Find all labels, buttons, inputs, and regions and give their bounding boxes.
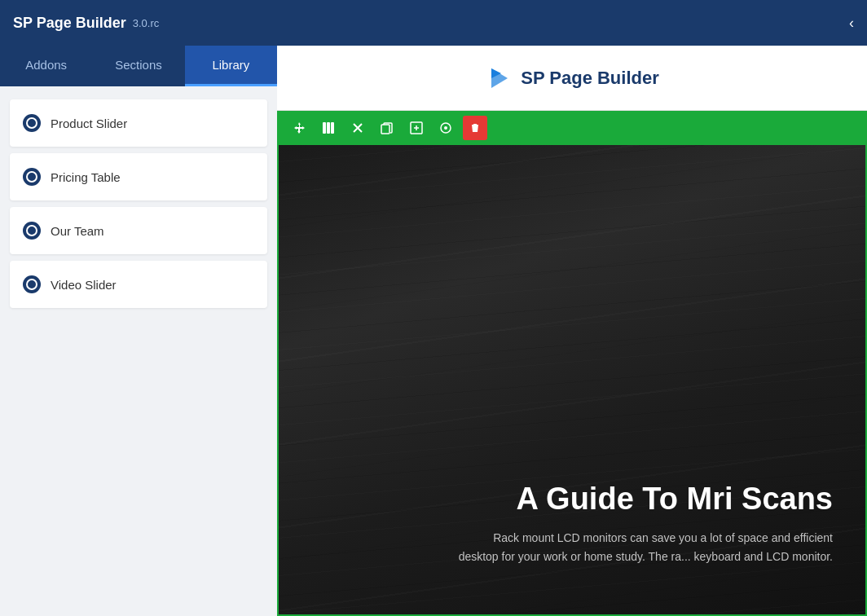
- preview-description: Rack mount LCD monitors can save you a l…: [458, 529, 833, 565]
- tab-library[interactable]: Library: [185, 46, 277, 86]
- section-toolbar: [277, 111, 867, 145]
- collapse-arrow[interactable]: ‹: [849, 15, 854, 32]
- logo-bar: SP Page Builder: [277, 46, 867, 111]
- library-item-our-team[interactable]: Our Team: [10, 207, 267, 254]
- svg-point-8: [444, 126, 447, 130]
- clone-button[interactable]: [375, 116, 399, 140]
- columns-button[interactable]: [316, 116, 341, 140]
- tab-bar: Addons Sections Library: [0, 46, 277, 86]
- library-item-label: Pricing Table: [51, 170, 121, 184]
- logo-container: SP Page Builder: [485, 64, 659, 93]
- logo-text: SP Page Builder: [521, 68, 659, 89]
- video-slider-icon: [23, 275, 41, 293]
- library-item-label: Product Slider: [51, 117, 127, 130]
- main-layout: Addons Sections Library Product Slider P…: [0, 46, 867, 616]
- app-title: SP Page Builder: [13, 15, 126, 32]
- pricing-table-icon: [23, 168, 41, 186]
- resize-button[interactable]: [404, 116, 429, 140]
- library-item-product-slider[interactable]: Product Slider: [10, 99, 267, 147]
- svg-rect-3: [327, 122, 330, 134]
- content-area: SP Page Builder: [277, 46, 867, 616]
- library-item-label: Video Slider: [51, 278, 117, 292]
- svg-rect-2: [323, 122, 326, 134]
- sidebar: Addons Sections Library Product Slider P…: [0, 46, 277, 616]
- settings-button[interactable]: [345, 116, 370, 140]
- preview-area: A Guide To Mri Scans Rack mount LCD moni…: [277, 145, 867, 616]
- tab-sections[interactable]: Sections: [92, 46, 184, 86]
- our-team-icon: [23, 222, 41, 240]
- header-left: SP Page Builder 3.0.rc: [13, 15, 159, 32]
- app-version: 3.0.rc: [133, 17, 160, 29]
- library-list: Product Slider Pricing Table Our Team Vi…: [0, 86, 277, 321]
- library-item-video-slider[interactable]: Video Slider: [10, 261, 267, 308]
- preview-content: A Guide To Mri Scans Rack mount LCD moni…: [279, 481, 865, 582]
- svg-rect-5: [381, 125, 389, 134]
- tag-button[interactable]: [434, 116, 458, 140]
- product-slider-icon: [23, 114, 41, 132]
- library-item-pricing-table[interactable]: Pricing Table: [10, 153, 267, 200]
- tab-addons[interactable]: Addons: [0, 46, 92, 86]
- logo-icon: [485, 64, 514, 93]
- preview-title: A Guide To Mri Scans: [311, 481, 833, 518]
- svg-rect-4: [331, 122, 334, 134]
- header-bar: SP Page Builder 3.0.rc ‹: [0, 0, 867, 46]
- delete-button[interactable]: [463, 116, 487, 140]
- library-item-label: Our Team: [51, 224, 104, 238]
- move-button[interactable]: [287, 116, 311, 140]
- preview-background: A Guide To Mri Scans Rack mount LCD moni…: [279, 145, 865, 614]
